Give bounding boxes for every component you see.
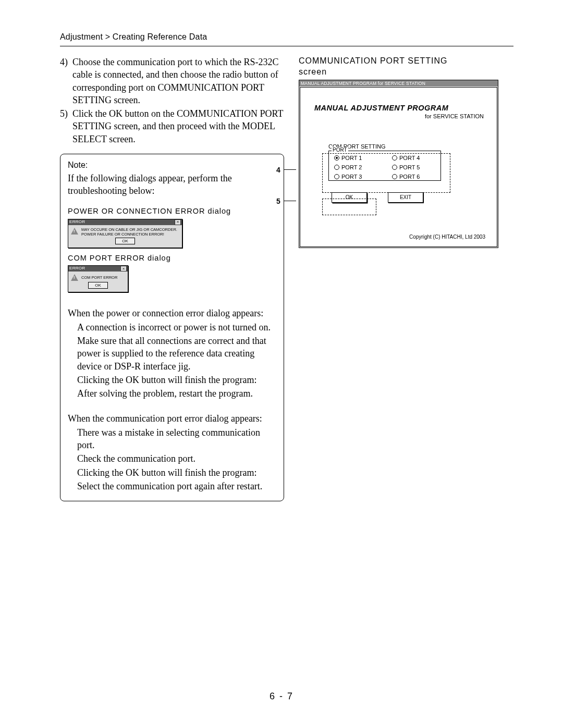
callout-4: 4	[276, 166, 296, 174]
exit-button[interactable]: EXIT	[388, 192, 423, 203]
power-error-dialog-label: POWER OR CONNECTION ERROR dialog	[68, 206, 277, 217]
dialog-message: COM PORT ERROR	[81, 274, 117, 281]
callout-box-4	[322, 153, 450, 193]
ok-button[interactable]: OK	[88, 282, 108, 289]
dialog-message: MAY OCCURE ON CABLE OR JIG OR CAMCORDER.	[81, 227, 177, 232]
callout-leader	[284, 201, 296, 201]
app-titlebar: MANUAL ADJUSTMENT PROGRAM for SERVICE ST…	[299, 80, 498, 87]
note-label: Note:	[68, 159, 277, 171]
tb-line: Check the communication port.	[77, 452, 277, 465]
tb-power-heading: When the power or connection error dialo…	[68, 307, 277, 319]
step-text: Click the OK button on the COMMUNICATION…	[72, 107, 284, 145]
warning-icon	[71, 228, 78, 235]
dialog-message: POWER FAILURE OR CONNECTION ERROR!	[81, 232, 177, 237]
step-text: Choose the communication port to which t…	[72, 56, 284, 106]
callout-number: 4	[276, 166, 280, 174]
dialog-titlebar: ERROR ×	[68, 219, 182, 225]
comport-error-dialog-label: COM PORT ERROR dialog	[68, 253, 277, 264]
tb-comport-heading: When the communication port error dialog…	[68, 412, 277, 425]
tb-line: Select the communication port again afte…	[77, 480, 277, 492]
tb-line: Make sure that all connections are corre…	[77, 335, 277, 373]
breadcrumb: Adjustment > Creating Reference Data	[60, 32, 513, 42]
app-subheading: for SERVICE STATION	[300, 112, 497, 119]
callout-box-5	[322, 199, 376, 215]
note-box: Note: If the following dialogs appear, p…	[60, 154, 284, 501]
tb-line: After solving the problem, restart the p…	[77, 387, 277, 400]
dialog-title: ERROR	[69, 219, 85, 225]
close-icon[interactable]: ×	[175, 219, 181, 225]
screenshot-label: COMMUNICATION PORT SETTING screen	[299, 56, 512, 78]
divider	[60, 46, 513, 46]
ok-button[interactable]: OK	[115, 238, 135, 244]
copyright: Copyright (C) HITACHI, Ltd 2003	[409, 234, 485, 240]
comport-setting-label: COM PORT SETTING	[300, 119, 497, 151]
tb-line: Clicking the OK button will finish the p…	[77, 466, 277, 479]
app-window: MANUAL ADJUSTMENT PROGRAM for SERVICE ST…	[299, 80, 498, 248]
warning-icon	[71, 274, 78, 281]
power-error-dialog: ERROR × MAY OCCURE ON CABLE OR JIG OR CA…	[68, 219, 182, 248]
step-number: 5)	[60, 107, 72, 145]
dialog-title: ERROR	[69, 266, 85, 272]
tb-line: Clicking the OK button will finish the p…	[77, 374, 277, 386]
app-heading: MANUAL ADJUSTMENT PROGRAM	[300, 88, 497, 112]
tb-line: There was a mistake in selecting communi…	[77, 426, 277, 452]
step-4: 4) Choose the communication port to whic…	[60, 56, 284, 106]
close-icon[interactable]: ×	[120, 266, 127, 272]
step-number: 4)	[60, 56, 72, 106]
tb-line: A connection is incorrect or power is no…	[77, 321, 277, 334]
dialog-titlebar: ERROR ×	[68, 266, 128, 272]
callout-leader	[284, 169, 296, 170]
page-number: 6 - 7	[0, 691, 563, 702]
step-5: 5) Click the OK button on the COMMUNICAT…	[60, 107, 284, 145]
note-intro: If the following dialogs appear, perform…	[68, 172, 277, 198]
port-legend: PORT	[332, 147, 348, 153]
comport-error-dialog: ERROR × COM PORT ERROR OK	[68, 265, 128, 292]
step-list: 4) Choose the communication port to whic…	[60, 56, 284, 145]
callout-5: 5	[276, 197, 296, 205]
callout-number: 5	[276, 197, 280, 205]
